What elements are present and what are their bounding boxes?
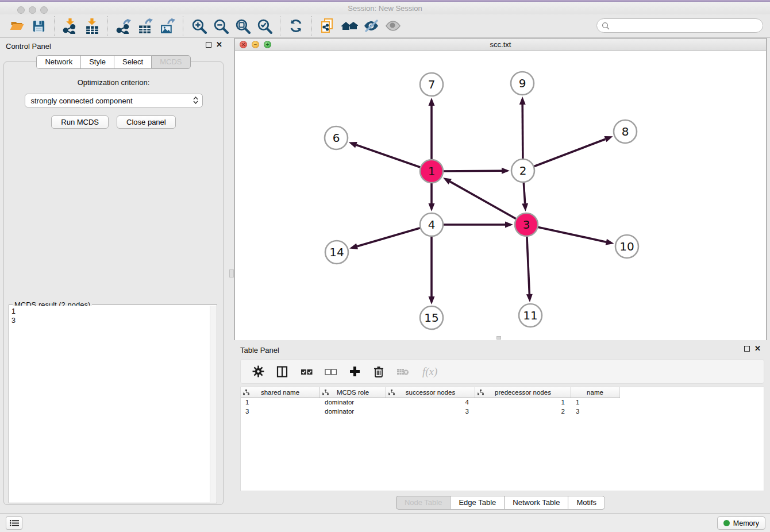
import-network-icon <box>63 18 78 34</box>
run-mcds-button[interactable]: Run MCDS <box>51 115 109 129</box>
home-houses-icon <box>341 18 358 33</box>
deselect-all-columns-button[interactable] <box>322 364 338 380</box>
table-panel: Table Panel ✕ <box>234 342 767 513</box>
plus-icon <box>349 366 360 377</box>
columns-icon <box>276 366 288 377</box>
tab-motifs[interactable]: Motifs <box>568 496 605 510</box>
mcds-result-line: 1 <box>11 307 210 316</box>
task-history-button[interactable] <box>6 516 22 530</box>
table-settings-button[interactable] <box>250 364 266 380</box>
search-input[interactable] <box>610 20 763 32</box>
mcds-result-scrollbar[interactable] <box>210 306 216 502</box>
graph-edge-3-10[interactable] <box>526 225 606 242</box>
control-panel-title: Control Panel <box>6 42 51 51</box>
reset-view-button[interactable] <box>338 16 360 36</box>
tab-network-table[interactable]: Network Table <box>504 496 568 510</box>
criterion-dropdown[interactable]: strongly connected component <box>25 94 203 107</box>
import-table-button[interactable] <box>81 16 103 36</box>
refresh-layout-button[interactable] <box>285 16 307 36</box>
tree-icon <box>243 390 249 395</box>
tab-style[interactable]: Style <box>80 55 114 69</box>
graph-edge-arrowhead <box>526 294 533 302</box>
column-header[interactable]: successor nodes <box>386 387 475 398</box>
left-splitter-grip[interactable] <box>229 269 234 277</box>
function-builder-button[interactable]: f(x) <box>419 364 444 380</box>
tree-icon <box>388 390 395 395</box>
memory-button[interactable]: Memory <box>717 516 765 530</box>
save-session-button[interactable] <box>28 16 49 36</box>
table-row[interactable]: 1 dominator 4 1 1 <box>241 398 764 407</box>
network-graph[interactable]: 7968124314101511 <box>235 51 766 340</box>
graph-edge-arrowhead <box>502 168 510 174</box>
show-all-button[interactable] <box>382 16 404 36</box>
graph-edge-arrowhead <box>519 97 526 105</box>
mcds-result-text[interactable]: 1 3 <box>10 306 210 502</box>
table-header-row: shared name MCDS role successor nodes pr… <box>241 387 620 398</box>
add-column-button[interactable] <box>346 364 363 380</box>
network-view-window: ✕ − + scc.txt 7968124314101511 <box>234 38 767 340</box>
gear-icon <box>252 365 264 377</box>
export-image-icon <box>160 18 175 34</box>
export-table-button[interactable] <box>134 16 156 36</box>
mcds-result-fieldset: MCDS result (2 nodes) 1 3 <box>9 304 217 503</box>
graph-edge-arrowhead <box>604 136 613 142</box>
tree-icon <box>478 390 484 395</box>
tab-edge-table[interactable]: Edge Table <box>450 496 504 510</box>
column-header[interactable]: predecessor nodes <box>475 387 571 398</box>
export-image-button[interactable] <box>156 16 178 36</box>
float-panel-icon[interactable] <box>206 42 211 48</box>
cell-shared-name: 3 <box>241 407 320 417</box>
float-panel-icon[interactable] <box>744 346 750 352</box>
show-columns-button[interactable] <box>274 364 290 380</box>
cell-shared-name: 1 <box>241 398 320 407</box>
graph-edge-arrowhead <box>349 142 357 148</box>
graph-node-label: 6 <box>333 131 340 145</box>
close-panel-icon[interactable]: ✕ <box>754 346 761 352</box>
bottom-splitter-grip[interactable] <box>496 336 501 340</box>
node-table[interactable]: shared name MCDS role successor nodes pr… <box>240 387 764 491</box>
close-panel-button[interactable]: Close panel <box>117 115 176 129</box>
open-session-button[interactable] <box>6 16 28 36</box>
cell-predecessor-nodes: 2 <box>475 407 571 417</box>
graph-edge-arrowhead <box>429 98 435 106</box>
graph-node-label: 15 <box>424 311 438 325</box>
delete-table-button[interactable] <box>395 364 411 380</box>
cell-successor-nodes: 4 <box>386 398 475 407</box>
titlebar: Session: New Session <box>0 2 770 14</box>
tab-select[interactable]: Select <box>114 55 151 69</box>
tab-node-table[interactable]: Node Table <box>396 496 451 510</box>
hide-selection-button[interactable] <box>360 16 382 36</box>
cell-predecessor-nodes: 1 <box>475 398 571 407</box>
close-panel-icon[interactable]: ✕ <box>216 42 222 48</box>
tab-network[interactable]: Network <box>36 55 80 69</box>
graph-edge-2-8[interactable] <box>523 139 605 171</box>
graph-node-label: 8 <box>622 125 629 138</box>
select-all-columns-button[interactable] <box>298 364 314 380</box>
table-panel-title: Table Panel <box>240 346 279 354</box>
zoom-out-button[interactable] <box>210 16 232 36</box>
column-header[interactable]: MCDS role <box>320 387 386 398</box>
graph-edge-3-1[interactable] <box>450 182 526 225</box>
control-panel: Control Panel ✕ Network Style Select MCD… <box>0 38 227 513</box>
zoom-out-icon <box>213 18 229 34</box>
column-header[interactable]: shared name <box>241 387 320 398</box>
zoom-selected-button[interactable] <box>253 16 275 36</box>
cell-mcds-role: dominator <box>320 398 386 407</box>
delete-column-button[interactable] <box>371 364 387 380</box>
export-network-button[interactable] <box>113 16 134 36</box>
graph-node-label: 1 <box>428 164 436 178</box>
zoom-in-button[interactable] <box>188 16 210 36</box>
tab-mcds[interactable]: MCDS <box>151 55 190 69</box>
cell-successor-nodes: 3 <box>386 407 475 417</box>
import-network-button[interactable] <box>59 16 81 36</box>
network-window-titlebar[interactable]: ✕ − + scc.txt <box>235 38 766 51</box>
network-window-title: scc.txt <box>235 40 766 49</box>
duplicate-network-button[interactable] <box>317 16 338 36</box>
zoom-fit-button[interactable] <box>232 16 253 36</box>
graph-node-label: 11 <box>523 309 537 322</box>
graph-node-label: 7 <box>428 78 436 91</box>
column-header[interactable]: name <box>571 387 619 398</box>
table-row[interactable]: 3 dominator 3 2 3 <box>241 407 764 417</box>
toolbar-separator <box>54 16 55 36</box>
search-field[interactable] <box>596 18 763 33</box>
